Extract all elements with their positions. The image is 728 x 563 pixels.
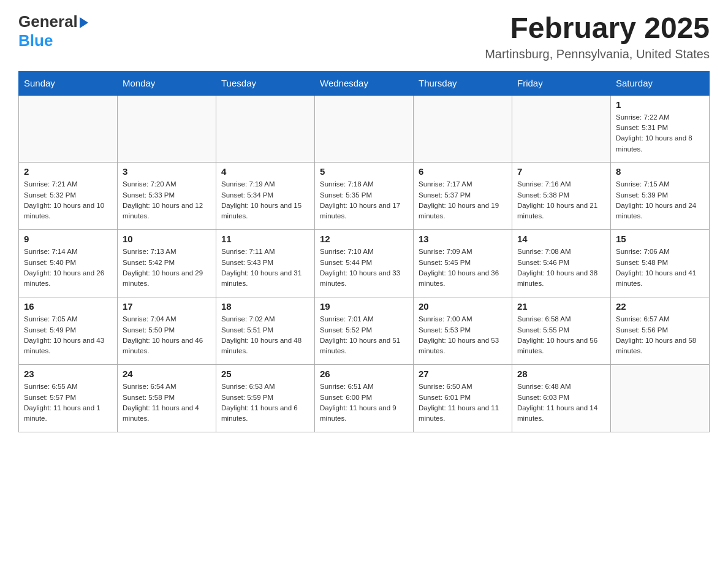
day-info: Sunrise: 7:08 AMSunset: 5:46 PMDaylight:…	[517, 247, 605, 289]
day-info: Sunrise: 7:18 AMSunset: 5:35 PMDaylight:…	[320, 179, 408, 221]
day-number: 7	[517, 166, 605, 177]
day-number: 16	[24, 301, 112, 312]
day-number: 18	[221, 301, 309, 312]
day-info: Sunrise: 7:05 AMSunset: 5:49 PMDaylight:…	[24, 314, 112, 356]
calendar-cell: 4Sunrise: 7:19 AMSunset: 5:34 PMDaylight…	[216, 163, 315, 230]
day-number: 9	[24, 234, 112, 244]
day-info: Sunrise: 7:17 AMSunset: 5:37 PMDaylight:…	[419, 179, 507, 221]
day-info: Sunrise: 7:15 AMSunset: 5:39 PMDaylight:…	[616, 179, 704, 221]
calendar-cell: 10Sunrise: 7:13 AMSunset: 5:42 PMDayligh…	[118, 230, 216, 297]
day-number: 1	[616, 99, 704, 110]
day-header-wednesday: Wednesday	[315, 71, 414, 95]
calendar-cell: 28Sunrise: 6:48 AMSunset: 6:03 PMDayligh…	[512, 365, 611, 432]
calendar-cell: 20Sunrise: 7:00 AMSunset: 5:53 PMDayligh…	[414, 297, 512, 365]
day-info: Sunrise: 7:22 AMSunset: 5:31 PMDaylight:…	[616, 112, 704, 155]
day-info: Sunrise: 6:48 AMSunset: 6:03 PMDaylight:…	[517, 381, 605, 424]
day-info: Sunrise: 6:55 AMSunset: 5:57 PMDaylight:…	[24, 381, 112, 424]
calendar-cell	[216, 95, 315, 163]
calendar-cell: 22Sunrise: 6:57 AMSunset: 5:56 PMDayligh…	[611, 297, 710, 365]
day-info: Sunrise: 6:53 AMSunset: 5:59 PMDaylight:…	[221, 381, 309, 424]
calendar-cell: 27Sunrise: 6:50 AMSunset: 6:01 PMDayligh…	[414, 365, 512, 432]
calendar-cell: 9Sunrise: 7:14 AMSunset: 5:40 PMDaylight…	[19, 230, 118, 297]
calendar-week-row: 2Sunrise: 7:21 AMSunset: 5:32 PMDaylight…	[19, 163, 710, 230]
day-info: Sunrise: 7:00 AMSunset: 5:53 PMDaylight:…	[419, 314, 507, 356]
calendar-cell	[315, 95, 414, 163]
day-header-thursday: Thursday	[414, 71, 512, 95]
day-info: Sunrise: 7:16 AMSunset: 5:38 PMDaylight:…	[517, 179, 605, 221]
calendar-week-row: 1Sunrise: 7:22 AMSunset: 5:31 PMDaylight…	[19, 95, 710, 163]
calendar-week-row: 9Sunrise: 7:14 AMSunset: 5:40 PMDaylight…	[19, 230, 710, 297]
calendar-week-row: 16Sunrise: 7:05 AMSunset: 5:49 PMDayligh…	[19, 297, 710, 365]
day-number: 28	[517, 369, 605, 379]
calendar-cell	[118, 95, 216, 163]
calendar-cell: 21Sunrise: 6:58 AMSunset: 5:55 PMDayligh…	[512, 297, 611, 365]
day-number: 20	[419, 301, 507, 312]
calendar-title: February 2025	[485, 12, 710, 45]
day-info: Sunrise: 7:06 AMSunset: 5:48 PMDaylight:…	[616, 247, 704, 289]
day-info: Sunrise: 7:02 AMSunset: 5:51 PMDaylight:…	[221, 314, 309, 356]
day-info: Sunrise: 6:50 AMSunset: 6:01 PMDaylight:…	[419, 381, 507, 424]
day-number: 2	[24, 166, 112, 177]
title-area: February 2025 Martinsburg, Pennsylvania,…	[485, 12, 710, 61]
day-header-tuesday: Tuesday	[216, 71, 315, 95]
calendar-cell	[19, 95, 118, 163]
calendar-cell: 12Sunrise: 7:10 AMSunset: 5:44 PMDayligh…	[315, 230, 414, 297]
day-number: 22	[616, 301, 704, 312]
calendar-cell: 5Sunrise: 7:18 AMSunset: 5:35 PMDaylight…	[315, 163, 414, 230]
day-info: Sunrise: 6:58 AMSunset: 5:55 PMDaylight:…	[517, 314, 605, 356]
day-number: 15	[616, 234, 704, 244]
day-info: Sunrise: 7:21 AMSunset: 5:32 PMDaylight:…	[24, 179, 112, 221]
day-info: Sunrise: 6:54 AMSunset: 5:58 PMDaylight:…	[123, 381, 211, 424]
calendar-table: SundayMondayTuesdayWednesdayThursdayFrid…	[18, 71, 710, 433]
day-number: 8	[616, 166, 704, 177]
calendar-week-row: 23Sunrise: 6:55 AMSunset: 5:57 PMDayligh…	[19, 365, 710, 432]
calendar-cell: 7Sunrise: 7:16 AMSunset: 5:38 PMDaylight…	[512, 163, 611, 230]
calendar-cell: 8Sunrise: 7:15 AMSunset: 5:39 PMDaylight…	[611, 163, 710, 230]
day-number: 3	[123, 166, 211, 177]
calendar-cell: 18Sunrise: 7:02 AMSunset: 5:51 PMDayligh…	[216, 297, 315, 365]
day-info: Sunrise: 7:01 AMSunset: 5:52 PMDaylight:…	[320, 314, 408, 356]
day-info: Sunrise: 7:11 AMSunset: 5:43 PMDaylight:…	[221, 247, 309, 289]
day-number: 17	[123, 301, 211, 312]
day-number: 13	[419, 234, 507, 244]
day-number: 5	[320, 166, 408, 177]
logo-blue: Blue	[18, 31, 53, 50]
day-number: 26	[320, 369, 408, 379]
calendar-cell: 13Sunrise: 7:09 AMSunset: 5:45 PMDayligh…	[414, 230, 512, 297]
day-number: 12	[320, 234, 408, 244]
day-info: Sunrise: 7:20 AMSunset: 5:33 PMDaylight:…	[123, 179, 211, 221]
day-info: Sunrise: 6:51 AMSunset: 6:00 PMDaylight:…	[320, 381, 408, 424]
day-header-saturday: Saturday	[611, 71, 710, 95]
calendar-cell: 2Sunrise: 7:21 AMSunset: 5:32 PMDaylight…	[19, 163, 118, 230]
calendar-header-row: SundayMondayTuesdayWednesdayThursdayFrid…	[19, 71, 710, 95]
calendar-cell: 24Sunrise: 6:54 AMSunset: 5:58 PMDayligh…	[118, 365, 216, 432]
calendar-cell	[414, 95, 512, 163]
calendar-cell: 6Sunrise: 7:17 AMSunset: 5:37 PMDaylight…	[414, 163, 512, 230]
day-info: Sunrise: 6:57 AMSunset: 5:56 PMDaylight:…	[616, 314, 704, 356]
day-number: 4	[221, 166, 309, 177]
calendar-cell: 16Sunrise: 7:05 AMSunset: 5:49 PMDayligh…	[19, 297, 118, 365]
day-info: Sunrise: 7:04 AMSunset: 5:50 PMDaylight:…	[123, 314, 211, 356]
calendar-cell: 15Sunrise: 7:06 AMSunset: 5:48 PMDayligh…	[611, 230, 710, 297]
calendar-cell: 25Sunrise: 6:53 AMSunset: 5:59 PMDayligh…	[216, 365, 315, 432]
logo-general: General	[18, 12, 78, 31]
day-header-friday: Friday	[512, 71, 611, 95]
logo-arrow-icon	[80, 17, 88, 28]
calendar-cell	[611, 365, 710, 432]
calendar-cell: 1Sunrise: 7:22 AMSunset: 5:31 PMDaylight…	[611, 95, 710, 163]
day-number: 24	[123, 369, 211, 379]
day-info: Sunrise: 7:14 AMSunset: 5:40 PMDaylight:…	[24, 247, 112, 289]
logo: General Blue	[18, 12, 88, 50]
calendar-cell: 11Sunrise: 7:11 AMSunset: 5:43 PMDayligh…	[216, 230, 315, 297]
page-header: General Blue February 2025 Martinsburg, …	[18, 12, 710, 61]
day-number: 11	[221, 234, 309, 244]
day-number: 25	[221, 369, 309, 379]
day-number: 21	[517, 301, 605, 312]
day-number: 14	[517, 234, 605, 244]
calendar-cell: 14Sunrise: 7:08 AMSunset: 5:46 PMDayligh…	[512, 230, 611, 297]
day-info: Sunrise: 7:13 AMSunset: 5:42 PMDaylight:…	[123, 247, 211, 289]
day-number: 27	[419, 369, 507, 379]
day-info: Sunrise: 7:09 AMSunset: 5:45 PMDaylight:…	[419, 247, 507, 289]
calendar-cell: 19Sunrise: 7:01 AMSunset: 5:52 PMDayligh…	[315, 297, 414, 365]
calendar-subtitle: Martinsburg, Pennsylvania, United States	[485, 47, 710, 61]
